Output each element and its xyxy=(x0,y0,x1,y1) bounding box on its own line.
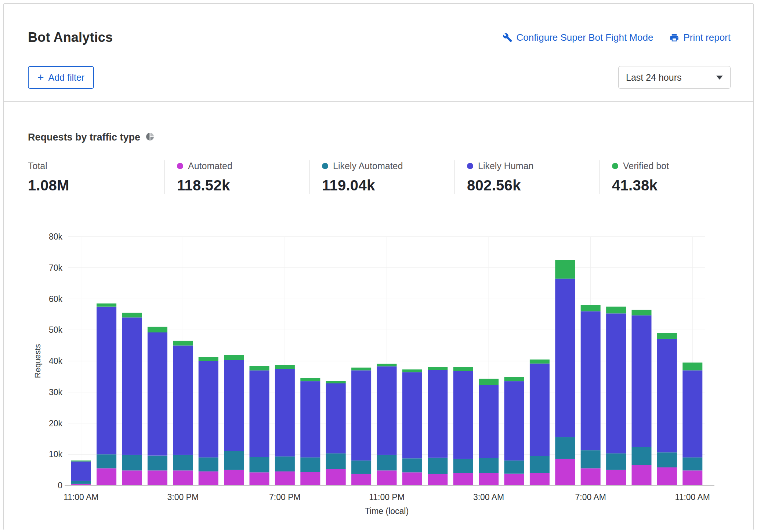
bar-segment[interactable] xyxy=(504,377,524,381)
bar-segment[interactable] xyxy=(606,470,626,485)
requests-by-traffic-type-chart[interactable]: 010k20k30k40k50k60k70k80k11:00 AM3:00 PM… xyxy=(28,223,731,516)
bar-segment[interactable] xyxy=(606,313,626,453)
bar-segment[interactable] xyxy=(682,362,702,370)
bar-segment[interactable] xyxy=(326,469,346,485)
bar-segment[interactable] xyxy=(402,372,422,459)
bar-segment[interactable] xyxy=(300,378,320,382)
bar-segment[interactable] xyxy=(402,472,422,485)
bar-segment[interactable] xyxy=(122,317,142,455)
print-report-link[interactable]: Print report xyxy=(669,32,731,43)
bar-segment[interactable] xyxy=(300,381,320,458)
bar-segment[interactable] xyxy=(250,370,269,457)
bar-segment[interactable] xyxy=(428,474,448,485)
bar-segment[interactable] xyxy=(97,468,116,485)
bar-segment[interactable] xyxy=(173,346,193,455)
bar-segment[interactable] xyxy=(224,355,244,360)
bar-segment[interactable] xyxy=(275,369,295,456)
bar-segment[interactable] xyxy=(377,470,397,485)
bar-segment[interactable] xyxy=(479,379,499,385)
bar-segment[interactable] xyxy=(504,474,524,485)
bar-segment[interactable] xyxy=(657,333,677,339)
bar-segment[interactable] xyxy=(453,367,473,371)
bar-segment[interactable] xyxy=(453,459,473,473)
bar-segment[interactable] xyxy=(555,260,575,279)
bar-segment[interactable] xyxy=(453,473,473,485)
bar-segment[interactable] xyxy=(224,360,244,451)
bar-segment[interactable] xyxy=(250,457,269,472)
bar-segment[interactable] xyxy=(682,370,702,457)
bar-segment[interactable] xyxy=(199,471,218,485)
time-range-select[interactable]: Last 24 hours xyxy=(618,66,731,89)
bar-segment[interactable] xyxy=(657,339,677,452)
bar-segment[interactable] xyxy=(682,470,702,485)
bar-segment[interactable] xyxy=(199,458,218,471)
bar-segment[interactable] xyxy=(351,370,371,460)
bar-segment[interactable] xyxy=(148,332,167,456)
bar-segment[interactable] xyxy=(199,357,218,361)
bar-segment[interactable] xyxy=(300,458,320,472)
bar-segment[interactable] xyxy=(300,472,320,485)
bar-segment[interactable] xyxy=(530,364,550,456)
bar-segment[interactable] xyxy=(275,471,295,485)
bar-segment[interactable] xyxy=(530,456,550,473)
bar-segment[interactable] xyxy=(632,465,652,485)
bar-segment[interactable] xyxy=(581,468,601,485)
bar-segment[interactable] xyxy=(250,366,269,371)
bar-segment[interactable] xyxy=(402,369,422,372)
bar-segment[interactable] xyxy=(173,470,193,485)
bar-segment[interactable] xyxy=(148,470,167,485)
bar-segment[interactable] xyxy=(148,327,167,332)
bar-segment[interactable] xyxy=(377,366,397,455)
bar-segment[interactable] xyxy=(275,365,295,369)
bar-segment[interactable] xyxy=(555,278,575,437)
bar-segment[interactable] xyxy=(199,361,218,458)
bar-segment[interactable] xyxy=(504,381,524,460)
bar-segment[interactable] xyxy=(479,385,499,458)
bar-segment[interactable] xyxy=(657,467,677,485)
bar-segment[interactable] xyxy=(555,437,575,459)
bar-segment[interactable] xyxy=(148,456,167,471)
bar-segment[interactable] xyxy=(122,470,142,485)
bar-segment[interactable] xyxy=(530,360,550,364)
bar-segment[interactable] xyxy=(555,459,575,485)
bar-segment[interactable] xyxy=(428,458,448,474)
bar-segment[interactable] xyxy=(97,307,116,455)
bar-segment[interactable] xyxy=(275,456,295,471)
bar-segment[interactable] xyxy=(122,313,142,318)
bar-segment[interactable] xyxy=(632,447,652,465)
bar-segment[interactable] xyxy=(351,368,371,371)
bar-segment[interactable] xyxy=(453,371,473,459)
bar-segment[interactable] xyxy=(377,364,397,367)
bar-segment[interactable] xyxy=(250,472,269,485)
bar-segment[interactable] xyxy=(377,455,397,470)
bar-segment[interactable] xyxy=(326,381,346,383)
bar-segment[interactable] xyxy=(682,458,702,471)
bar-segment[interactable] xyxy=(632,310,652,315)
bar-segment[interactable] xyxy=(97,303,116,307)
bar-segment[interactable] xyxy=(351,474,371,485)
bar-segment[interactable] xyxy=(71,462,91,481)
configure-super-bot-fight-mode-link[interactable]: Configure Super Bot Fight Mode xyxy=(503,32,653,43)
bar-segment[interactable] xyxy=(71,460,91,462)
bar-segment[interactable] xyxy=(606,307,626,314)
bar-segment[interactable] xyxy=(97,454,116,468)
bar-segment[interactable] xyxy=(479,458,499,473)
bar-segment[interactable] xyxy=(581,450,601,468)
bar-segment[interactable] xyxy=(402,458,422,472)
bar-segment[interactable] xyxy=(504,460,524,474)
bar-segment[interactable] xyxy=(581,311,601,450)
bar-segment[interactable] xyxy=(479,473,499,485)
bar-segment[interactable] xyxy=(173,455,193,470)
bar-segment[interactable] xyxy=(530,473,550,485)
bar-segment[interactable] xyxy=(606,453,626,470)
bar-segment[interactable] xyxy=(632,315,652,447)
bar-segment[interactable] xyxy=(581,305,601,311)
bar-segment[interactable] xyxy=(224,470,244,485)
bar-segment[interactable] xyxy=(351,460,371,474)
bar-segment[interactable] xyxy=(326,453,346,469)
bar-segment[interactable] xyxy=(326,383,346,453)
stacked-bar-chart[interactable]: 010k20k30k40k50k60k70k80k11:00 AM3:00 PM… xyxy=(28,223,733,516)
bar-segment[interactable] xyxy=(428,367,448,370)
bar-segment[interactable] xyxy=(428,370,448,458)
bar-segment[interactable] xyxy=(224,451,244,470)
